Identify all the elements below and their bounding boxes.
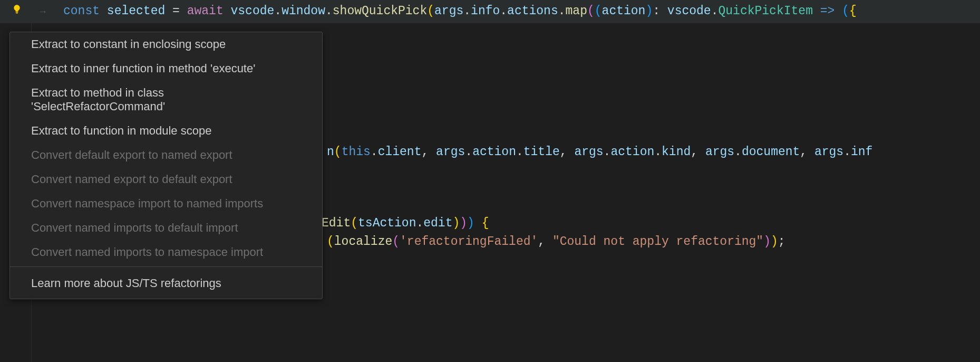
identifier-args: args <box>814 145 843 159</box>
type-quickpickitem: QuickPickItem <box>719 4 813 18</box>
method-localize: localize <box>334 235 392 249</box>
property-edit: edit <box>423 216 452 230</box>
quickfix-item-convert-named-to-default-import[interactable]: Convert named imports to default import <box>10 216 322 240</box>
quickfix-item-convert-default-to-named[interactable]: Convert default export to named export <box>10 143 322 167</box>
code-line[interactable]: (localize('refactoringFailed', "Could no… <box>327 235 785 249</box>
quickfix-learn-more-link[interactable]: Learn more about JS/TS refactorings <box>10 269 322 299</box>
property-info: info <box>471 4 500 18</box>
quickfix-label: Convert named imports to default import <box>31 221 238 234</box>
identifier-args: args <box>705 145 734 159</box>
string-literal: "Could not apply refactoring" <box>552 235 763 249</box>
svg-rect-0 <box>16 12 18 12</box>
menu-separator <box>10 266 322 267</box>
partial-char: n <box>327 145 334 159</box>
keyword-this: this <box>342 145 371 159</box>
quickfix-item-convert-named-to-namespace[interactable]: Convert named imports to namespace impor… <box>10 240 322 264</box>
quickfix-label: Convert default export to named export <box>31 148 232 161</box>
identifier-args: args <box>434 4 463 18</box>
property-document: document <box>742 145 800 159</box>
quickfix-label: Extract to method in class 'SelectRefact… <box>31 86 165 113</box>
quickfix-item-extract-constant[interactable]: Extract to constant in enclosing scope <box>10 32 322 56</box>
method-showquickpick: showQuickPick <box>333 4 427 18</box>
arrow-function: => <box>820 4 835 18</box>
quickfix-item-extract-method[interactable]: Extract to method in class 'SelectRefact… <box>10 81 322 119</box>
indent-arrow-icon: → <box>38 6 47 17</box>
quickfix-label: Extract to function in module scope <box>31 124 211 137</box>
param-action: action <box>602 4 646 18</box>
property-action: action <box>610 145 654 159</box>
code-editor[interactable]: → const selected = await vscode.window.s… <box>0 0 980 362</box>
identifier-args: args <box>436 145 465 159</box>
quickfix-item-extract-inner-function[interactable]: Extract to inner function in method 'exe… <box>10 56 322 81</box>
property-kind: kind <box>662 145 691 159</box>
string-literal: 'refactoringFailed' <box>400 235 538 249</box>
quickfix-label: Extract to constant in enclosing scope <box>31 37 226 51</box>
property-actions: actions <box>507 4 558 18</box>
property-client: client <box>378 145 422 159</box>
quickfix-footer-label: Learn more about JS/TS refactorings <box>31 277 221 290</box>
property-action: action <box>472 145 516 159</box>
quickfix-item-extract-function[interactable]: Extract to function in module scope <box>10 119 322 143</box>
method-map: map <box>566 4 587 18</box>
identifier-vscode: vscode <box>231 4 275 18</box>
quickfix-item-convert-named-to-default[interactable]: Convert named export to default export <box>10 167 322 192</box>
operator-equals: = <box>172 4 180 18</box>
code-line[interactable]: Edit(tsAction.edit))) { <box>322 216 489 230</box>
keyword-const: const <box>63 4 100 18</box>
code-line[interactable]: const selected = await vscode.window.sho… <box>63 4 857 18</box>
partial-method: Edit <box>322 216 351 230</box>
variable-selected: selected <box>107 4 165 18</box>
lightbulb-icon[interactable] <box>12 4 22 15</box>
svg-rect-1 <box>16 13 18 13</box>
code-line[interactable]: n(this.client, args.action.title, args.a… <box>327 145 872 159</box>
identifier-tsaction: tsAction <box>358 216 416 230</box>
property-window: window <box>282 4 325 18</box>
type-namespace: vscode <box>667 4 711 18</box>
quickfix-label: Convert named imports to namespace impor… <box>31 245 263 259</box>
quickfix-item-convert-namespace-to-named[interactable]: Convert namespace import to named import… <box>10 192 322 216</box>
quickfix-label: Extract to inner function in method 'exe… <box>31 62 255 75</box>
quickfix-label: Convert named export to default export <box>31 173 232 186</box>
identifier-args: args <box>574 145 603 159</box>
property-inf: inf <box>851 145 872 159</box>
quickfix-label: Convert namespace import to named import… <box>31 197 263 210</box>
property-title: title <box>523 145 560 159</box>
quickfix-menu: Extract to constant in enclosing scope E… <box>9 32 323 299</box>
keyword-await: await <box>187 4 224 18</box>
